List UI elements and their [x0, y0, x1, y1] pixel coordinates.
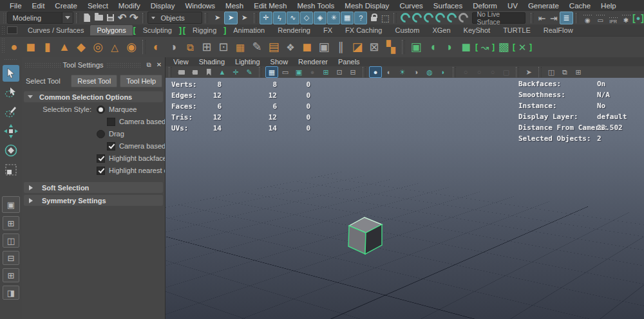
pane-layout-outliner-icon[interactable]: ◫: [545, 66, 558, 78]
menu-edit-mesh[interactable]: Edit Mesh: [249, 1, 291, 10]
mask-handles-icon[interactable]: ✛: [260, 12, 272, 24]
poly-torus-icon[interactable]: ◎: [90, 38, 106, 56]
resolution-gate-icon[interactable]: ▣: [292, 66, 305, 78]
shadows-icon[interactable]: ◑: [410, 66, 422, 78]
menu-help[interactable]: Help: [596, 1, 621, 10]
viewport-menu-renderer[interactable]: Renderer: [294, 58, 332, 66]
green-cube-dots-icon[interactable]: ◼: [458, 38, 475, 56]
bevel-icon[interactable]: ◪: [349, 38, 366, 56]
highlight-nearest-checkbox[interactable]: [97, 167, 105, 175]
isolate-select-icon[interactable]: ➤: [522, 66, 535, 78]
lasso-tool-button[interactable]: [3, 84, 19, 101]
grid-toggle-icon[interactable]: ▦: [265, 66, 278, 78]
menuset-dropdown-arrow-icon[interactable]: [62, 12, 73, 23]
poly-cube-icon[interactable]: ◼: [23, 38, 39, 56]
viewport-menu-shading[interactable]: Shading: [194, 58, 229, 66]
rotate-tool-button[interactable]: [3, 142, 19, 159]
paint-select-tool-button[interactable]: [3, 104, 19, 120]
symmetry-settings-section[interactable]: Symmetry Settings: [24, 195, 163, 206]
ipr-render-icon[interactable]: IPR: [607, 12, 620, 24]
save-scene-icon[interactable]: [105, 12, 117, 24]
menu-display[interactable]: Display: [146, 1, 180, 10]
render-view-icon[interactable]: ◉: [581, 12, 594, 24]
menu-uv[interactable]: UV: [503, 1, 522, 10]
new-scene-icon[interactable]: [81, 12, 93, 24]
layout-split-horizontal-button[interactable]: ⊟: [3, 251, 19, 265]
shelf-tab-xgen[interactable]: XGen: [426, 25, 457, 35]
frame-square-icon[interactable]: ▣: [316, 38, 332, 56]
menu-deform[interactable]: Deform: [468, 1, 502, 10]
render-settings-icon[interactable]: ✱: [620, 12, 632, 24]
shelf-tab-rendering[interactable]: Rendering: [271, 25, 317, 35]
multi-cut-knife-icon[interactable]: ✎: [249, 38, 265, 56]
live-surface-field[interactable]: No Live Surface: [472, 12, 526, 24]
select-camera-icon[interactable]: [175, 66, 188, 78]
poly-plane-icon[interactable]: ◆: [73, 38, 90, 56]
shelf-tab-rigging[interactable]: Rigging: [186, 25, 223, 35]
smooth-icon[interactable]: ◐: [148, 38, 165, 56]
frame-x-icon[interactable]: ⊠: [366, 38, 383, 56]
marquee-radio[interactable]: [97, 105, 105, 114]
select-object-icon[interactable]: ➤: [224, 12, 238, 24]
highlight-selection-icon[interactable]: ⬚: [379, 12, 391, 24]
tool-settings-header[interactable]: Tool Settings ⧉ ✕: [22, 60, 165, 69]
bookmark-icon[interactable]: [202, 66, 215, 78]
cube-solid-icon[interactable]: ◼: [299, 38, 316, 56]
camera-based-selection-checkbox[interactable]: [107, 118, 115, 126]
viewport-menu-view[interactable]: View: [169, 58, 193, 66]
grease-pencil-icon[interactable]: ✎: [243, 66, 256, 78]
menu-surfaces[interactable]: Surfaces: [429, 1, 467, 10]
mask-dynamics-icon[interactable]: ✳: [327, 12, 340, 24]
poly-cylinder-icon[interactable]: ▮: [39, 38, 56, 56]
pane-layout-persp-icon[interactable]: ⧉: [558, 66, 571, 78]
select-component-icon[interactable]: ➤: [238, 12, 251, 24]
layout-three-pane-button[interactable]: ⊞: [3, 268, 19, 282]
squares-pair-icon[interactable]: ▚: [383, 38, 399, 56]
menu-select[interactable]: Select: [83, 1, 113, 10]
snap-view-plane-icon[interactable]: [446, 12, 457, 24]
move-tool-button[interactable]: [3, 123, 19, 140]
layout-single-pane-button[interactable]: ▣: [2, 196, 20, 213]
selection-preset-dropdown[interactable]: Objects: [147, 12, 202, 24]
shelf-tab-fx-caching[interactable]: FX Caching: [339, 25, 388, 35]
fog-icon[interactable]: ○: [459, 66, 472, 78]
shelf-tab-polygons[interactable]: Polygons: [90, 25, 132, 35]
green-curve2-dots-icon[interactable]: ◗: [441, 38, 458, 56]
motion-blur-icon[interactable]: ◗: [437, 66, 450, 78]
smooth-preview-icon[interactable]: ◑: [165, 38, 182, 56]
camera-attributes-icon[interactable]: [189, 66, 202, 78]
common-selection-options-section[interactable]: Common Selection Options: [24, 91, 163, 102]
menu-modify[interactable]: Modify: [114, 1, 145, 10]
mask-rendering-icon[interactable]: ▦: [341, 12, 354, 24]
layout-four-pane-button[interactable]: ⊞: [3, 216, 19, 230]
output-connections-icon[interactable]: ⇥: [548, 12, 560, 24]
field-chart-icon[interactable]: ⊞: [319, 66, 332, 78]
bracket-target-icon[interactable]: [●]: [632, 13, 644, 23]
2d-pan-zoom-icon[interactable]: ✛: [229, 66, 242, 78]
green-arrow-icon[interactable]: ↝: [478, 38, 491, 56]
gate-mask-icon[interactable]: ●: [306, 66, 319, 78]
mask-curves-icon[interactable]: ∿: [287, 12, 299, 24]
undo-icon[interactable]: ↶: [117, 12, 128, 24]
viewport-canvas[interactable]: Verts:880 Edges:12120 Faces:660 Tris:121…: [165, 78, 644, 319]
menu-create[interactable]: Create: [50, 1, 82, 10]
film-gate-icon[interactable]: ▭: [279, 66, 292, 78]
select-hierarchy-icon[interactable]: ➤: [211, 12, 224, 24]
green-checker-window-icon[interactable]: ▩: [495, 38, 512, 56]
snap-point-icon[interactable]: [422, 12, 434, 24]
poly-pipe-icon[interactable]: ◉: [123, 38, 140, 56]
use-all-lights-icon[interactable]: ☀: [396, 66, 409, 78]
anti-alias-icon[interactable]: ○: [486, 66, 499, 78]
float-panel-icon[interactable]: ⧉: [144, 61, 153, 69]
shelf-tab-custom[interactable]: Custom: [389, 25, 426, 35]
toolbox-grip[interactable]: [4, 59, 18, 61]
scale-tool-button[interactable]: [3, 161, 19, 178]
shelf-tab-fx[interactable]: FX: [317, 25, 339, 35]
extrude-icon[interactable]: ▤: [265, 38, 282, 56]
menu-generate[interactable]: Generate: [524, 1, 564, 10]
lock-selection-icon[interactable]: [368, 12, 379, 24]
close-panel-icon[interactable]: ✕: [155, 61, 164, 69]
viewport-menu-panels[interactable]: Panels: [334, 58, 365, 66]
poly-cone-icon[interactable]: ▲: [56, 38, 73, 56]
shaded-mode-icon[interactable]: ●: [369, 66, 382, 78]
